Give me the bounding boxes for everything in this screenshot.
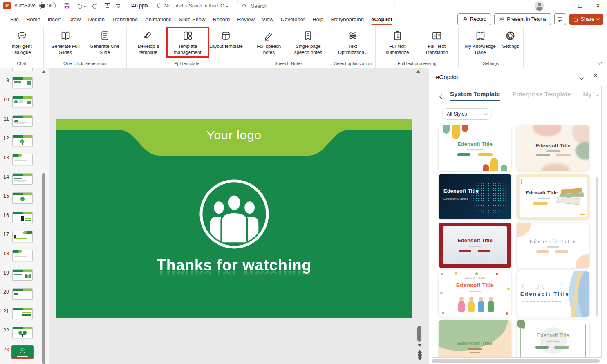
document-filename[interactable]: 046.pptx: [130, 3, 148, 9]
sensitivity-shield-icon: [156, 3, 162, 9]
template-management-button[interactable]: Template management: [168, 27, 207, 56]
text-optimization-button[interactable]: Text Optimization: [333, 27, 372, 56]
menu-animations[interactable]: Animations: [141, 14, 175, 25]
menu-review[interactable]: Review: [233, 14, 258, 25]
slide-thumbnail[interactable]: [12, 173, 33, 185]
button-label: Generate One Slide: [87, 43, 122, 56]
generate-full-slides-button[interactable]: Generate Full Slides: [46, 27, 85, 56]
next-slide-button[interactable]: [418, 355, 422, 360]
slide-thumbnail[interactable]: [12, 192, 33, 204]
canvas-scroll-down-icon[interactable]: [418, 344, 422, 347]
tab-system-template[interactable]: System Template: [450, 90, 500, 101]
slide-thumbnail[interactable]: [12, 96, 33, 107]
thumbnail-partial[interactable]: [12, 68, 33, 71]
slide-thumbnail[interactable]: [12, 135, 33, 146]
collapse-ribbon-button[interactable]: [598, 58, 601, 65]
menu-file[interactable]: File: [7, 14, 22, 25]
start-slideshow-icon[interactable]: [104, 2, 111, 9]
layout-template-button[interactable]: Layout template: [207, 27, 245, 50]
template-tabs: System Template Enterprise Template My T…: [450, 90, 594, 101]
my-knowledge-base-button[interactable]: My Knowledge Base: [461, 27, 500, 56]
menu-transitions[interactable]: Transitions: [108, 14, 141, 25]
slide-thumbnail[interactable]: [12, 154, 33, 165]
present-in-teams-button[interactable]: Present in Teams: [494, 13, 551, 25]
slide-thumbnail[interactable]: [12, 250, 33, 261]
slide-thumbnail[interactable]: [12, 288, 33, 300]
template-card[interactable]: Edensoft Title: [439, 125, 511, 171]
chevron-down-icon[interactable]: [226, 4, 228, 7]
panel-collapse-button[interactable]: [580, 74, 583, 81]
template-list-scrollbar[interactable]: [596, 177, 598, 316]
current-slide[interactable]: Your logo: [56, 119, 412, 318]
menu-storyboarding[interactable]: Storyboarding: [327, 14, 367, 25]
menu-ecopilot[interactable]: eCopilot: [367, 14, 396, 25]
menu-design[interactable]: Design: [85, 14, 108, 25]
slide-thumbnail[interactable]: [12, 231, 33, 242]
full-text-translation-button[interactable]: AΦ Full-Text Translation: [417, 27, 456, 56]
single-page-speech-notes-button[interactable]: Single-page speech notes: [289, 27, 328, 56]
search-input[interactable]: [250, 3, 390, 9]
template-card[interactable]: Edensoft Title: [517, 223, 589, 268]
canvas-scrollbar[interactable]: [417, 326, 421, 342]
autosave-toggle[interactable]: Off: [39, 2, 56, 9]
template-card[interactable]: Edensoft Title: [439, 320, 511, 358]
slide-thumbnail[interactable]: [12, 269, 33, 281]
full-text-summarize-button[interactable]: Full text summarize: [378, 27, 417, 56]
panel-horizontal-scrollbar[interactable]: [432, 359, 600, 363]
menu-record[interactable]: Record: [209, 14, 233, 25]
slide-thumbnail[interactable]: [12, 308, 33, 319]
panel-close-button[interactable]: ✕: [593, 72, 598, 79]
full-speech-notes-button[interactable]: Full speech notes: [249, 27, 289, 56]
thumbnail-scroll-up-icon[interactable]: [42, 70, 46, 73]
settings-button[interactable]: Settings: [500, 27, 521, 50]
style-filter-dropdown[interactable]: All Styles: [442, 108, 492, 120]
develop-a-template-button[interactable]: Develop a template: [129, 27, 168, 56]
thumbnail-scrollbar[interactable]: [42, 173, 45, 364]
menu-insert[interactable]: Insert: [44, 14, 65, 25]
save-status[interactable]: Saved to this PC: [189, 3, 224, 8]
slide-thumbnail[interactable]: [12, 327, 33, 338]
template-card[interactable]: Edensoft Title: [517, 271, 589, 317]
template-card[interactable]: Edensoft Title: [517, 125, 589, 171]
menu-view[interactable]: View: [258, 14, 277, 25]
record-button[interactable]: Record: [457, 13, 491, 25]
tab-enterprise-template[interactable]: Enterprise Template: [512, 91, 571, 101]
redo-icon[interactable]: [92, 2, 99, 9]
template-card[interactable]: Edensoft Title: [517, 320, 589, 358]
intelligent-dialogue-button[interactable]: Intelligent Dialogue: [2, 27, 41, 56]
template-card[interactable]: Edensoft Title: [517, 174, 589, 219]
particle-sphere-decoration: [470, 177, 509, 216]
search-box[interactable]: [237, 1, 394, 11]
present-in-teams-label: Present in Teams: [507, 16, 546, 22]
previous-slide-button[interactable]: [418, 350, 422, 355]
maximize-button[interactable]: ☐: [571, 0, 589, 11]
menu-help[interactable]: Help: [309, 14, 327, 25]
slide-thumbnail[interactable]: [12, 77, 33, 88]
sensitivity-label[interactable]: No Label: [164, 3, 183, 8]
comments-button[interactable]: [554, 13, 566, 25]
undo-button[interactable]: [76, 2, 86, 9]
slide-thumbnail[interactable]: [12, 115, 33, 127]
minimize-button[interactable]: ─: [553, 0, 571, 11]
menu-home[interactable]: Home: [22, 14, 44, 25]
decoration: [462, 125, 468, 132]
generate-one-slide-button[interactable]: Generate One Slide: [85, 27, 124, 56]
canvas-scroll-up-icon[interactable]: [416, 70, 420, 73]
template-card[interactable]: Edensoft Title Edensoft Subtitle: [439, 174, 511, 219]
qat-overflow-icon[interactable]: [116, 4, 120, 7]
share-button[interactable]: Share: [569, 14, 603, 25]
subtitle-bar: [469, 246, 481, 247]
menu-draw[interactable]: Draw: [65, 14, 84, 25]
slide-thumbnail-selected[interactable]: [11, 345, 34, 359]
tab-scroll-button[interactable]: [595, 86, 601, 105]
template-card[interactable]: edensoft subtitle Edensoft Title: [439, 271, 511, 317]
template-card[interactable]: Edensoft Title: [439, 223, 511, 268]
save-icon[interactable]: [63, 2, 71, 9]
menu-developer[interactable]: Developer: [277, 14, 309, 25]
tab-my-template[interactable]: My Ten: [583, 91, 594, 101]
slide-thumbnail[interactable]: [12, 212, 33, 223]
user-avatar[interactable]: [535, 1, 544, 11]
menu-slide-show[interactable]: Slide Show: [175, 14, 209, 25]
close-button[interactable]: ✕: [589, 0, 607, 11]
back-button[interactable]: [440, 93, 443, 100]
